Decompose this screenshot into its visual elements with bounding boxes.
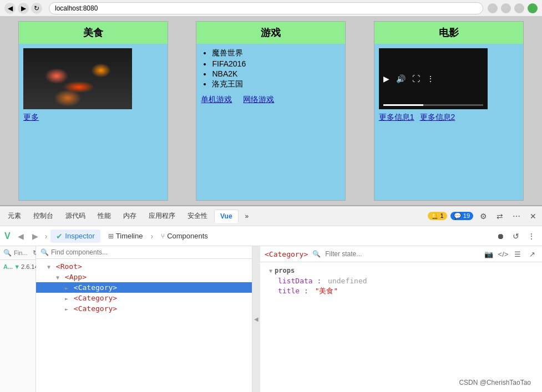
settings-button[interactable]: ⚙ bbox=[477, 210, 490, 223]
food-card-title: 美食 bbox=[19, 22, 168, 44]
component-tree-panel: 🔍 ▼ <Root> ▼ <App> ► <Category> ► bbox=[36, 246, 252, 392]
prop-colon-2: : bbox=[304, 287, 308, 295]
watermark: CSDN @CherishTaoTao bbox=[459, 379, 531, 386]
props-body: ▼ props listData : undefined title : "美食… bbox=[260, 262, 542, 392]
nav-forward-button[interactable]: ▶ bbox=[18, 3, 29, 14]
props-panel: <Category> 🔍 📷 </> ☰ ↗ ▼ props bbox=[260, 246, 542, 392]
tree-tag-category-1: <Category> bbox=[74, 283, 117, 292]
more-button[interactable]: ⋯ bbox=[510, 210, 523, 223]
tab-memory[interactable]: 内存 bbox=[118, 209, 142, 223]
volume-icon[interactable]: 🔊 bbox=[396, 74, 406, 83]
tree-item-category-2[interactable]: ► <Category> bbox=[36, 293, 252, 303]
tab-components[interactable]: ⑂ Components bbox=[155, 230, 214, 242]
components-label: Components bbox=[167, 232, 208, 240]
screenshot-button[interactable]: 📷 bbox=[483, 248, 494, 259]
single-player-link[interactable]: 单机游戏 bbox=[201, 95, 232, 105]
food-more-link[interactable]: 更多 bbox=[23, 113, 163, 123]
share-button[interactable]: ⇄ bbox=[493, 210, 506, 223]
movies-card: 电影 ▶ 🔊 ⛶ ⋮ 更多信息1 更多信息2 bbox=[374, 21, 524, 201]
section-expand-arrow: ▼ bbox=[269, 268, 272, 274]
tab-vue[interactable]: Vue bbox=[214, 210, 239, 223]
tab-elements[interactable]: 元素 bbox=[2, 209, 27, 223]
prop-key-title: title bbox=[278, 287, 300, 295]
tab-sources[interactable]: 源代码 bbox=[60, 209, 91, 223]
game-list: 魔兽世界 FIFA2016 NBA2K 洛克王国 bbox=[201, 48, 341, 89]
tree-item-category-3[interactable]: ► <Category> bbox=[36, 303, 252, 314]
nav-refresh-button[interactable]: ↻ bbox=[31, 3, 42, 14]
tab-security[interactable]: 安全性 bbox=[182, 209, 213, 223]
online-game-link[interactable]: 网络游戏 bbox=[243, 95, 274, 105]
player-controls: ▶ 🔊 ⛶ ⋮ bbox=[379, 72, 488, 85]
props-action-icons: 📷 </> ☰ ↗ bbox=[483, 248, 538, 259]
tree-expand-arrow-cat2: ► bbox=[65, 296, 68, 302]
tree-tag-root: <Root> bbox=[56, 262, 82, 271]
tab-timeline[interactable]: ⊞ Timeline bbox=[103, 230, 149, 242]
components-icon: ⑂ bbox=[161, 232, 165, 240]
collapse-handle[interactable]: ◀ bbox=[252, 246, 260, 392]
prop-key-listdata: listData bbox=[278, 277, 313, 285]
movies-card-title: 电影 bbox=[374, 22, 523, 44]
tree-search-input[interactable] bbox=[51, 248, 247, 256]
external-button[interactable]: ↗ bbox=[526, 248, 538, 259]
inspector-label: Inspector bbox=[65, 232, 94, 240]
url-bar[interactable] bbox=[49, 2, 483, 14]
devtools-secondary-bar: V ◀ ▶ › ✔ Inspector ⊞ Timeline › ⑂ Compo… bbox=[0, 226, 542, 246]
selected-component-tag: <Category> bbox=[265, 250, 308, 258]
food-image-inner bbox=[23, 48, 132, 109]
nav-back-button[interactable]: ◀ bbox=[4, 3, 16, 14]
app-initial: A... bbox=[3, 263, 13, 270]
code-button[interactable]: </> bbox=[498, 248, 509, 259]
movie-links: 更多信息1 更多信息2 bbox=[379, 113, 519, 123]
tab-performance[interactable]: 性能 bbox=[92, 209, 116, 223]
vue-icon-small: ▼ bbox=[14, 263, 20, 270]
movie-info-link-2[interactable]: 更多信息2 bbox=[420, 113, 455, 123]
fullscreen-icon[interactable]: ⛶ bbox=[412, 74, 420, 83]
tree-item-app[interactable]: ▼ <App> bbox=[36, 272, 252, 282]
list-button[interactable]: ☰ bbox=[512, 248, 523, 259]
tab-console[interactable]: 控制台 bbox=[28, 209, 59, 223]
finder-input[interactable] bbox=[14, 250, 31, 256]
props-section-title: ▼ props bbox=[269, 267, 533, 274]
movie-info-link-1[interactable]: 更多信息1 bbox=[379, 113, 414, 123]
finder-search-bar: 🔍 ↻ bbox=[0, 246, 36, 260]
browser-icon-3 bbox=[514, 3, 524, 13]
prop-value-listdata: undefined bbox=[328, 277, 367, 285]
close-button[interactable]: ✕ bbox=[526, 210, 540, 223]
tree-tag-category-2: <Category> bbox=[74, 294, 117, 302]
devtools-body: 🔍 ↻ A... ▼ 2.6.14 🔍 ▼ <Root> bbox=[0, 246, 542, 392]
prop-colon-1: : bbox=[317, 277, 321, 285]
progress-bar-container[interactable] bbox=[383, 104, 483, 106]
inspect-button[interactable]: ↺ bbox=[510, 230, 522, 242]
tree-item-category-1[interactable]: ► <Category> bbox=[36, 282, 252, 293]
props-section: ▼ props listData : undefined title : "美食… bbox=[269, 267, 533, 296]
more-options-icon[interactable]: ⋮ bbox=[427, 74, 434, 83]
browser-icon-profile bbox=[528, 3, 538, 13]
prop-row-listdata: listData : undefined bbox=[269, 277, 533, 285]
list-item: NBA2K bbox=[212, 69, 341, 78]
tree-tag-category-3: <Category> bbox=[74, 304, 117, 313]
record-button[interactable]: ⏺ bbox=[494, 230, 506, 242]
tab-application[interactable]: 应用程序 bbox=[143, 209, 181, 223]
prop-value-title: "美食" bbox=[315, 287, 338, 295]
arrow-divider-2: › bbox=[150, 232, 153, 241]
more-secondary-button[interactable]: ⋮ bbox=[525, 230, 538, 242]
prop-row-title: title : "美食" bbox=[269, 286, 533, 296]
badge-info: 💬 19 bbox=[450, 212, 473, 220]
play-icon[interactable]: ▶ bbox=[383, 74, 389, 83]
browser-icon-1 bbox=[488, 3, 498, 13]
forward-arrow-button[interactable]: ▶ bbox=[29, 230, 42, 242]
devtools-tab-bar: 元素 控制台 源代码 性能 内存 应用程序 安全性 Vue » 🔔 1 💬 19… bbox=[0, 206, 542, 226]
timeline-icon: ⊞ bbox=[108, 232, 114, 240]
game-links: 单机游戏 网络游戏 bbox=[201, 95, 341, 105]
food-card: 美食 更多 bbox=[18, 21, 168, 201]
back-arrow-button[interactable]: ◀ bbox=[15, 230, 27, 242]
tab-inspector[interactable]: ✔ Inspector bbox=[50, 230, 100, 243]
tab-more[interactable]: » bbox=[240, 210, 255, 222]
tree-item-root[interactable]: ▼ <Root> bbox=[36, 261, 252, 272]
movies-card-body: ▶ 🔊 ⛶ ⋮ 更多信息1 更多信息2 bbox=[374, 44, 523, 200]
tree-search-bar: 🔍 bbox=[36, 246, 252, 259]
timeline-label: Timeline bbox=[116, 232, 143, 240]
devtools-icons-right: 🔔 1 💬 19 ⚙ ⇄ ⋯ ✕ bbox=[428, 210, 540, 223]
food-card-body: 更多 bbox=[19, 44, 168, 200]
props-filter-input[interactable] bbox=[325, 250, 408, 258]
